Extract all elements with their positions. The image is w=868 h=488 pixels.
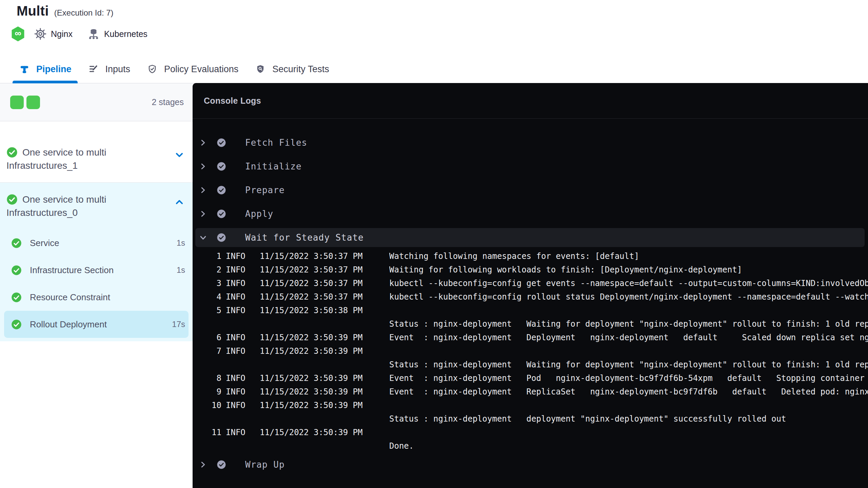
chevron-right-icon[interactable] (198, 161, 208, 171)
log-number: 4 (193, 292, 221, 302)
chevron-right-icon[interactable] (198, 185, 208, 195)
log-timestamp: 11/15/2022 3:50:37 PM (260, 251, 389, 261)
tab-security-tests[interactable]: Security Tests (255, 55, 329, 83)
log-timestamp: 11/15/2022 3:50:37 PM (260, 265, 389, 274)
console-header: Console Logs (193, 83, 868, 119)
chevron-down-icon[interactable] (198, 232, 208, 243)
log-line: 6INFO11/15/2022 3:50:39 PMEvent : nginx-… (193, 331, 868, 344)
console-step-label: Fetch Files (245, 138, 307, 148)
success-check-icon (11, 265, 22, 276)
inputs-icon (88, 64, 99, 74)
log-message: Event : nginx-deployment Pod nginx-deplo… (389, 373, 868, 383)
log-timestamp: 11/15/2022 3:50:37 PM (260, 279, 389, 288)
tab-inputs[interactable]: Inputs (88, 55, 131, 83)
log-line: 4INFO11/15/2022 3:50:37 PMkubectl --kube… (193, 290, 868, 304)
chevron-right-icon[interactable] (198, 209, 208, 219)
step-duration: 17s (172, 320, 185, 329)
log-line: 11INFO11/15/2022 3:50:39 PM (193, 426, 868, 439)
chevron-right-icon[interactable] (198, 138, 208, 148)
log-number: 7 (193, 346, 221, 356)
log-number: 11 (193, 428, 221, 437)
gear-icon (34, 28, 46, 40)
console-step-label: Prepare (245, 185, 285, 195)
infrastructure-icon (87, 28, 100, 40)
stage-status-squares (10, 96, 40, 109)
log-area: 1INFO11/15/2022 3:50:37 PMWatching follo… (193, 249, 868, 453)
infra-label: Kubernetes (104, 29, 147, 39)
success-check-icon (11, 238, 22, 248)
stage-status-square (10, 96, 24, 109)
log-number: 6 (193, 333, 221, 342)
log-message: Event : nginx-deployment Deployment ngin… (389, 333, 868, 342)
log-level: INFO (221, 265, 260, 274)
step-row-service[interactable]: Service1s (0, 229, 193, 257)
step-success-icon (216, 232, 226, 243)
stage-summary: 2 stages (0, 83, 193, 121)
success-check-icon (6, 147, 18, 158)
log-level: INFO (221, 333, 260, 342)
step-label: Service (30, 238, 177, 248)
console-step-row-initialize[interactable]: Initialize (193, 155, 868, 178)
log-line: 10INFO11/15/2022 3:50:39 PM (193, 399, 868, 412)
log-level: INFO (221, 346, 260, 356)
policy-evaluations-icon (147, 64, 157, 74)
log-timestamp: 11/15/2022 3:50:39 PM (260, 333, 389, 342)
chevron-down-icon[interactable] (174, 150, 184, 160)
console-step-row-fetch-files[interactable]: Fetch Files (193, 131, 868, 155)
log-line: 5INFO11/15/2022 3:50:38 PM (193, 304, 868, 317)
tab-pipeline[interactable]: Pipeline (19, 55, 72, 83)
step-duration: 1s (177, 265, 185, 275)
console-step-row-prepare[interactable]: Prepare (193, 178, 868, 202)
stage-list: One service to multi Infrastructures_1On… (0, 136, 193, 341)
console-step-row-wait-for-steady-state[interactable]: Wait for Steady State (195, 228, 865, 247)
chevron-right-icon[interactable] (198, 460, 208, 470)
log-timestamp: 11/15/2022 3:50:39 PM (260, 401, 389, 410)
log-message: Status : nginx-deployment Waiting for de… (389, 319, 868, 329)
stage-card-one-service-to-multi-infrastructures-0: One service to multi Infrastructures_0Se… (0, 182, 193, 341)
log-timestamp: 11/15/2022 3:50:39 PM (260, 387, 389, 396)
stage-card-one-service-to-multi-infrastructures-1: One service to multi Infrastructures_1 (0, 136, 193, 182)
log-number: 8 (193, 373, 221, 383)
tab-policy-evaluations[interactable]: Policy Evaluations (147, 55, 238, 83)
log-line: Done. (193, 439, 868, 453)
console-step-row-wrap-up[interactable]: Wrap Up (193, 453, 868, 476)
console-step-label: Wrap Up (245, 460, 285, 470)
stage-header[interactable]: One service to multi Infrastructures_0 (0, 183, 193, 229)
log-number: 10 (193, 401, 221, 410)
log-message: Watching following namespaces for events… (389, 251, 868, 261)
log-level: INFO (221, 401, 260, 410)
pipeline-icon (19, 64, 29, 74)
log-number: 2 (193, 265, 221, 274)
log-message: Done. (389, 441, 868, 451)
log-timestamp: 11/15/2022 3:50:39 PM (260, 373, 389, 383)
log-line: 2INFO11/15/2022 3:50:37 PMWaiting for fo… (193, 263, 868, 277)
log-line: 3INFO11/15/2022 3:50:37 PMkubectl --kube… (193, 277, 868, 290)
log-line: 7INFO11/15/2022 3:50:39 PM (193, 344, 868, 358)
log-message: Waiting for following workloads to finis… (389, 265, 868, 274)
log-level: INFO (221, 373, 260, 383)
stage-sidebar: 2 stages One service to multi Infrastruc… (0, 83, 193, 488)
log-timestamp: 11/15/2022 3:50:39 PM (260, 346, 389, 356)
console-step-row-apply[interactable]: Apply (193, 202, 868, 226)
log-line: 9INFO11/15/2022 3:50:39 PMEvent : nginx-… (193, 385, 868, 399)
log-number: 5 (193, 306, 221, 315)
log-line: Status : nginx-deployment Waiting for de… (193, 358, 868, 371)
chevron-up-icon[interactable] (174, 197, 184, 207)
step-label: Rollout Deployment (30, 319, 172, 330)
step-row-infrastructure-section[interactable]: Infrastructure Section1s (0, 257, 193, 284)
tab-label: Pipeline (36, 64, 72, 75)
step-row-rollout-deployment[interactable]: Rollout Deployment17s (4, 311, 189, 338)
console-title: Console Logs (204, 96, 261, 106)
step-row-resource-constraint[interactable]: Resource Constraint (0, 284, 193, 311)
step-success-icon (216, 161, 226, 171)
security-tests-icon (255, 64, 265, 74)
console-step-label: Initialize (245, 161, 302, 171)
step-success-icon (216, 185, 226, 195)
log-line: 1INFO11/15/2022 3:50:37 PMWatching follo… (193, 249, 868, 263)
pipeline-execution-page: Multi (Execution Id: 7) ∞ Nginx Kubernet… (0, 0, 868, 488)
stage-header[interactable]: One service to multi Infrastructures_1 (0, 136, 193, 182)
log-message: kubectl --kubeconfig=config rollout stat… (389, 292, 868, 302)
step-success-icon (216, 209, 226, 219)
step-label: Infrastructure Section (30, 265, 177, 276)
log-level: INFO (221, 279, 260, 288)
